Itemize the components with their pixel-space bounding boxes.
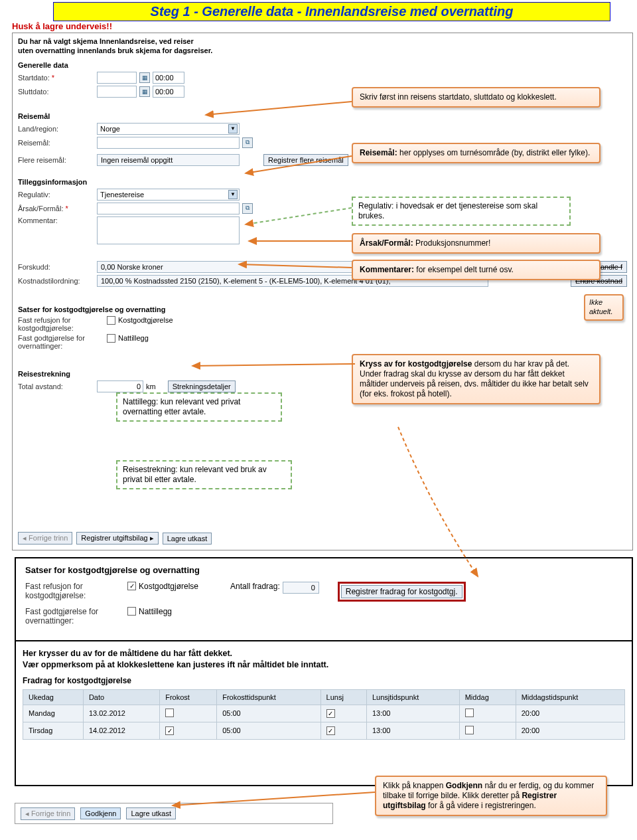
nattillegg-checkbox-label: Nattillegg [118, 334, 149, 342]
fradrag-intro: Her krysser du av for de måltidene du ha… [23, 648, 625, 671]
table-cell [459, 705, 516, 722]
table-cell [160, 722, 217, 739]
table-cell: 14.02.2012 [83, 722, 159, 739]
registrer-utgiftsbilag-button[interactable]: Registrer utgiftsbilag ▸ [76, 532, 158, 545]
section-tillegg: Tilleggsinformasjon [18, 178, 627, 186]
kostgodtgjorelse-checkbox[interactable] [107, 316, 115, 325]
table-header: Frokost [160, 689, 217, 705]
starttid-input[interactable] [153, 72, 184, 84]
registrer-flere-reisemaal-button[interactable]: Registrer flere reisemål [263, 154, 348, 166]
flere-reisemaal-value: Ingen reisemål oppgitt [97, 154, 240, 166]
kostgodtgjorelse-checkbox-label: Kostgodtgjørelse [118, 316, 173, 324]
table-header: Middag [459, 689, 516, 705]
date-picker-icon[interactable]: ▦ [139, 72, 150, 83]
startdato-input[interactable] [97, 72, 137, 84]
meal-checkbox[interactable] [465, 726, 474, 734]
callout-aarsak: Årsak/Formål: Produksjonsnummer! [352, 233, 601, 254]
label-fast-kost: Fast refusjon for kostgodtgjørelse: [18, 316, 104, 332]
kostgodtgjorelse-checkbox-2[interactable] [127, 582, 136, 590]
date-picker-icon[interactable]: ▦ [139, 86, 150, 97]
table-header: Frokosttidspunkt [217, 689, 320, 705]
meal-checkbox[interactable] [326, 709, 335, 718]
godkjenn-button[interactable]: Godkjenn [80, 807, 121, 819]
label-land: Land/region: [18, 125, 94, 133]
registrer-fradrag-highlight: Registrer fradrag for kostgodtgj. [338, 582, 466, 602]
antall-fradrag-value: 0 [283, 582, 319, 594]
callout-kostgodtgjorelse: Kryss av for kostgodtgjørelse dersom du … [352, 354, 601, 404]
registrer-fradrag-button[interactable]: Registrer fradrag for kostgodtgj. [341, 585, 462, 598]
table-cell: 20:00 [516, 705, 624, 722]
lagre-utkast-button-2[interactable]: Lagre utkast [126, 807, 176, 819]
fast-kost-label-2: Fast refusjon for kostgodtgjørelse: [25, 582, 125, 600]
table-cell: Mandag [23, 705, 84, 722]
callout-kommentar: Kommentarer: for eksempel delt turné osv… [352, 260, 601, 280]
nattillegg-checkbox-2[interactable] [127, 607, 136, 616]
land-value: Norge [100, 125, 120, 133]
lagre-utkast-button[interactable]: Lagre utkast [163, 533, 212, 545]
table-cell: Tirsdag [23, 722, 84, 739]
table-header: Dato [83, 689, 159, 705]
satser-heading-2: Satser for kostgodtgjørelse og overnatti… [25, 565, 622, 575]
table-header: Ukedag [23, 689, 84, 705]
callout-nattillegg: Nattillegg: kun relevant ved privat over… [116, 392, 282, 422]
nattillegg-checkbox[interactable] [107, 334, 115, 343]
strekningsdetaljer-button[interactable]: Strekningsdetaljer [168, 380, 236, 392]
sluttdato-input[interactable] [97, 86, 137, 98]
lookup-icon[interactable]: ⧉ [242, 137, 253, 148]
label-forskudd: Forskudd: [18, 263, 94, 271]
callout-reisemaal: Reisemål: her opplyses om turnésområde (… [352, 143, 601, 163]
callout-ikke-aktuelt: Ikke aktuelt. [584, 294, 624, 321]
label-total-avstand: Total avstand: [18, 382, 94, 390]
table-header: Lunsj [320, 689, 366, 705]
callout-godkjenn: Klikk på knappen Godkjenn når du er ferd… [375, 776, 607, 816]
callout-reisestrekning: Reisestrekning: kun relevant ved bruk av… [116, 460, 292, 489]
forrige-trinn-button-2[interactable]: ◂ Forrige trinn [21, 807, 75, 820]
meal-checkbox[interactable] [165, 726, 174, 735]
slutttid-input[interactable] [153, 86, 184, 98]
table-cell: 13.02.2012 [83, 705, 159, 722]
save-reminder: Husk å lagre underveis!! [12, 21, 637, 31]
bottom-nav: ◂ Forrige trinn Godkjenn Lagre utkast [15, 803, 333, 824]
total-avstand-input[interactable] [97, 380, 143, 392]
km-label: km [146, 382, 156, 390]
regulativ-dropdown[interactable]: Tjenestereise ▼ [97, 189, 240, 201]
label-kommentar: Kommentar: [18, 216, 94, 224]
section-generelle-data: Generelle data [18, 61, 627, 69]
main-form-panel: Du har nå valgt skjema Innenlandsreise, … [12, 33, 633, 550]
table-cell [320, 705, 366, 722]
meal-checkbox[interactable] [165, 709, 174, 717]
fradrag-panel: Her krysser du av for de måltidene du ha… [15, 640, 633, 786]
lookup-icon[interactable]: ⧉ [242, 203, 253, 214]
kostgodtgjorelse-label-2: Kostgodtgjørelse [139, 582, 198, 591]
callout-startdato: Skriv først inn reisens startdato, slutt… [352, 87, 601, 108]
table-row: Tirsdag14.02.201205:0013:0020:00 [23, 722, 625, 739]
intro-text: Du har nå valgt skjema Innenlandsreise, … [18, 37, 627, 56]
land-dropdown[interactable]: Norge ▼ [97, 123, 240, 135]
meal-checkbox[interactable] [465, 709, 474, 717]
forrige-trinn-button[interactable]: ◂ Forrige trinn [18, 532, 72, 545]
table-cell [160, 705, 217, 722]
nattillegg-label-2: Nattillegg [139, 607, 172, 616]
satser-panel-2: Satser for kostgodtgjørelse og overnatti… [15, 557, 633, 640]
table-header: Middagstidspunkt [516, 689, 624, 705]
label-regulativ: Regulativ: [18, 191, 94, 199]
fast-natt-label-2: Fast godtgjørelse for overnattinger: [25, 607, 125, 626]
fradrag-subhead: Fradrag for kostgodtgjørelse [23, 676, 625, 685]
label-startdato: Startdato: * [18, 74, 94, 82]
chevron-down-icon: ▼ [228, 124, 238, 133]
table-cell [459, 722, 516, 739]
label-flere-reisemaal: Flere reisemål: [18, 156, 94, 164]
label-reisemaal: Reisemål: [18, 139, 94, 147]
meal-checkbox[interactable] [326, 726, 335, 735]
reisemaal-input[interactable] [97, 137, 240, 149]
table-cell [320, 722, 366, 739]
kommentar-textarea[interactable] [97, 216, 240, 244]
table-row: Mandag13.02.201205:0013:0020:00 [23, 705, 625, 722]
table-cell: 13:00 [366, 705, 459, 722]
label-sluttdato: Sluttdato: [18, 88, 94, 96]
aarsak-input[interactable] [97, 203, 240, 214]
step-banner: Steg 1 - Generelle data - Innenlandsreis… [53, 2, 610, 21]
table-cell: 05:00 [217, 705, 320, 722]
step-title: Steg 1 - Generelle data - Innenlandsreis… [60, 4, 603, 19]
label-aarsak: Årsak/Formål: * [18, 205, 94, 212]
